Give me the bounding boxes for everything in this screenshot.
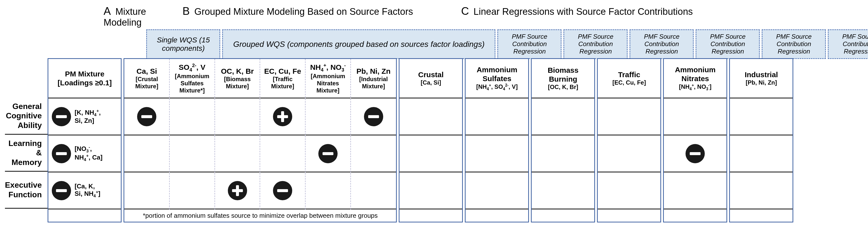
head-c2: Ammonium Sulfates [NH4+, SO42-, V] [466,59,528,98]
head-c6-s: [Pb, Ni, Zn] [746,79,777,86]
footnote: *portion of ammonium sulfates source to … [124,209,396,222]
minus-icon [52,144,71,163]
section-a-title: A Mixture Modeling [103,5,183,28]
minus-icon [273,181,292,200]
cell-b5-r2 [306,136,350,172]
solid-columns-row: PM Mixture [Loadings ≥0.1] [K, NH4+,Si, … [48,58,868,223]
head-b4-t: EC, Cu, Fe [264,67,301,76]
head-b6-s: [Industrial Mixture] [352,76,395,90]
col-c-ammnit: Ammonium Nitrates [NH4+, NO3-] [663,58,727,223]
cell-b2-r3 [169,172,215,209]
head-c1-t: Crustal [418,70,444,79]
dashed-grouped-wqs: Grouped WQS (components grouped based on… [222,29,495,59]
head-b2: SO42-, V [Ammonium Sulfates Mixture*] [169,59,215,98]
subcol-traffic: EC, Cu, Fe [Traffic Mixture] [260,59,306,209]
pm-r3-label: [Ca, K,Si, NH4+] [74,183,100,198]
head-b5-t: NH4+, NO3- [310,63,346,73]
cell-c6-r3 [730,172,793,209]
head-b1-t: Ca, Si [136,67,157,76]
cell-c4-r1 [598,98,660,136]
cell-c2-r3 [466,172,528,209]
col-head-pm: PM Mixture [Loadings ≥0.1] [48,59,121,98]
col-c-biomass: Biomass Burning [OC, K, Br] [531,58,595,223]
plus-icon [273,107,292,126]
col-c-traffic: Traffic [EC, Cu, Fe] [597,58,661,223]
col-pm-mixture: PM Mixture [Loadings ≥0.1] [K, NH4+,Si, … [48,58,122,223]
cell-b3-r2 [215,136,260,172]
cell-c3-r2 [532,136,594,172]
cell-c5-r3 [664,172,726,209]
cell-b4-r1 [260,98,305,136]
section-b-title: B Grouped Mixture Modeling Based on Sour… [183,5,461,28]
cell-c3-r3 [532,172,594,209]
head-b5-s: [Ammonium Nitrates Mixture] [307,73,349,94]
minus-icon [364,107,383,126]
head-c3: Biomass Burning [OC, K, Br] [532,59,594,98]
col-head-pm-title: PM Mixture [65,69,104,79]
subcol-industrial: Pb, Ni, Zn [Industrial Mixture] [351,59,396,209]
section-c-text: Linear Regressions with Source Factor Co… [473,6,693,17]
dashed-single-wqs: Single WQS (15 components) [146,29,220,59]
head-c3-s: [OC, K, Br] [548,84,578,91]
head-c1-s: [Ca, Si] [421,79,441,86]
minus-icon [318,144,338,163]
cell-b5-r1 [306,98,350,136]
head-b6-t: Pb, Ni, Zn [356,67,390,76]
dashed-pmf-6: PMF Source Contribution Regression [828,29,868,59]
pm-r1-label: [K, NH4+,Si, Zn] [74,109,101,124]
cell-b5-r3 [306,172,350,209]
dashed-pmf-2: PMF Source Contribution Regression [563,29,627,59]
dashed-header-row: Single WQS (15 components) Grouped WQS (… [146,29,868,59]
cell-b2-r2 [169,136,215,172]
head-c6: Industrial [Pb, Ni, Zn] [730,59,793,98]
dashed-pmf-3: PMF Source Contribution Regression [629,29,694,59]
section-c-letter: C [461,5,469,17]
head-b2-t: SO42-, V [179,63,206,73]
subcol-ammnit: NH4+, NO3- [Ammonium Nitrates Mixture] [306,59,351,209]
col-head-pm-sub: [Loadings ≥0.1] [58,79,112,87]
cell-c3-r1 [532,98,594,136]
cell-b1-r3 [124,172,169,209]
plus-icon [228,181,247,200]
col-c-industrial: Industrial [Pb, Ni, Zn] [729,58,793,223]
cell-pm-r2: [NO3-,NH4+, Ca] [48,136,121,172]
cell-pm-r1: [K, NH4+,Si, Zn] [48,98,121,136]
head-b3-t: OC, K, Br [221,67,254,76]
head-c5-s: [NH4+, NO3-] [679,83,712,91]
head-b2-s: [Ammonium Sulfates Mixture*] [171,73,213,94]
cell-b3-r3 [215,172,260,209]
dashed-pmf-4: PMF Source Contribution Regression [695,29,760,59]
head-b4-s: [Traffic Mixture] [261,76,304,90]
head-c1: Crustal [Ca, Si] [400,59,462,98]
cell-b3-r1 [215,98,260,136]
head-c4-t: Traffic [618,70,640,79]
head-b1: Ca, Si [Crustal Mixture] [124,59,169,98]
cell-b6-r1 [351,98,396,136]
row-label-gca: General Cognitive Ability [5,98,48,135]
cell-c2-r2 [466,136,528,172]
col-c-crustal: Crustal [Ca, Si] [399,58,463,223]
head-b6: Pb, Ni, Zn [Industrial Mixture] [351,59,396,98]
figure-wrap: A Mixture Modeling B Grouped Mixture Mod… [5,5,863,223]
cell-b4-r3 [260,172,305,209]
cell-b6-r3 [351,172,396,209]
head-c4-s: [EC, Cu, Fe] [612,79,646,86]
section-b-text: Grouped Mixture Modeling Based on Source… [194,6,413,17]
cell-c5-r1 [664,98,726,136]
cell-b4-r2 [260,136,305,172]
section-c-title: C Linear Regressions with Source Factor … [461,5,863,28]
cell-b1-r1 [124,98,169,136]
cell-b2-r1 [169,98,215,136]
cell-b6-r2 [351,136,396,172]
head-c6-t: Industrial [745,70,778,79]
col-c-ammsulf: Ammonium Sulfates [NH4+, SO42-, V] [465,58,529,223]
main-grid: General Cognitive Ability Learning & Mem… [5,29,863,223]
dashed-pmf-5: PMF Source Contribution Regression [762,29,826,59]
cell-c4-r3 [598,172,660,209]
section-title-row: A Mixture Modeling B Grouped Mixture Mod… [103,5,863,28]
col-grouped-wqs: Ca, Si [Crustal Mixture] SO42-, V [Ammon… [124,58,397,223]
head-b1-s: [Crustal Mixture] [126,76,168,90]
head-c3-t: Biomass Burning [533,66,593,84]
head-b5: NH4+, NO3- [Ammonium Nitrates Mixture] [306,59,350,98]
pm-r2-label: [NO3-,NH4+, Ca] [74,145,102,162]
